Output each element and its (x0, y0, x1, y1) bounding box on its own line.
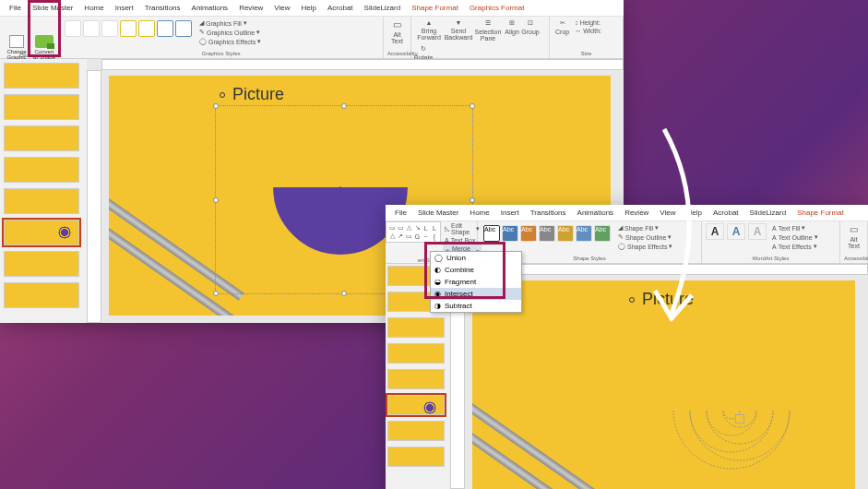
crop-icon: ✂ (560, 19, 565, 27)
text-box-button[interactable]: AText Box (443, 236, 482, 244)
bullet-icon (220, 92, 225, 98)
merge-intersect[interactable]: ◉Intersect (431, 288, 521, 300)
text-effects-button[interactable]: AText Effects ▾ (770, 242, 820, 251)
height-input[interactable]: ↕Height: (573, 18, 603, 27)
menu2-review[interactable]: Review (619, 207, 654, 219)
combine-icon: ◐ (434, 266, 441, 274)
effects-icon: ◯ (618, 243, 625, 250)
menu2-acrobat[interactable]: Acrobat (707, 207, 744, 219)
shape-outline-button[interactable]: ✎Shape Outline ▾ (616, 233, 674, 242)
text-effects-icon: A (772, 244, 777, 250)
menu2-insert[interactable]: Insert (495, 207, 525, 219)
picture-icon (9, 35, 24, 48)
menu-file[interactable]: File (4, 2, 27, 14)
text-outline-icon: A (772, 234, 777, 241)
edit-shape-icon: ◺ (445, 225, 449, 233)
menu2-animations[interactable]: Animations (572, 207, 620, 219)
fill-icon: ◢ (618, 224, 623, 232)
alt-text-button[interactable]: ▭ Alt Text (387, 18, 407, 45)
ribbon-2: ▭▭△↘LL △↗▭G~{ ◺Edit Shape ▾ AText Box ◉M… (386, 221, 868, 264)
group-label-acc: Accessibility (387, 51, 407, 56)
merge-fragment[interactable]: ◒Fragment (431, 276, 521, 288)
menu-graphics-format[interactable]: Graphics Format (464, 2, 530, 14)
alt-text-button-2[interactable]: ▭ Alt Text (844, 223, 863, 250)
selection-pane-button[interactable]: ☰Selection Pane (474, 18, 502, 42)
backward-icon: ▼ (456, 19, 462, 26)
powerpoint-window-2: File Slide Master Home Insert Transition… (386, 205, 868, 489)
move-handle-icon[interactable] (735, 414, 744, 423)
menu-review[interactable]: Review (233, 2, 268, 14)
crop-button[interactable]: ✂Crop (553, 18, 571, 36)
text-outline-button[interactable]: AText Outline ▾ (770, 233, 820, 242)
ruler-vertical (87, 70, 101, 323)
convert-icon (35, 35, 54, 48)
slide-2: Picture (472, 280, 855, 489)
outline-icon: ✎ (199, 29, 205, 36)
menu2-slidelizard[interactable]: SlideLizard (744, 207, 792, 219)
menu2-slide-master[interactable]: Slide Master (412, 207, 464, 219)
title-placeholder-2[interactable]: Picture (629, 290, 694, 309)
alt-text-icon: ▭ (393, 19, 401, 30)
group-label-wordart: WordArt Styles (706, 256, 836, 261)
spiral-outline-selected[interactable] (657, 336, 823, 489)
menubar-1: File Slide Master Home Insert Transition… (0, 0, 624, 17)
shape-effects-button[interactable]: ◯Shape Effects ▾ (616, 242, 674, 251)
menu2-file[interactable]: File (389, 207, 412, 219)
width-input[interactable]: ↔Width: (573, 27, 603, 35)
textbox-icon: A (445, 237, 449, 244)
menu-transitions[interactable]: Transitions (139, 2, 186, 14)
menu2-transitions[interactable]: Transitions (525, 207, 572, 219)
merge-subtract[interactable]: ◑Subtract (431, 300, 521, 312)
width-icon: ↔ (575, 28, 581, 34)
align-button[interactable]: ⊞Align (504, 18, 520, 42)
group-label-styles: Graphics Styles (63, 51, 379, 56)
fill-icon: ◢ (199, 19, 204, 27)
effects-icon: ◯ (199, 38, 207, 45)
bring-forward-button[interactable]: ▲Bring Forward (415, 18, 443, 42)
merge-combine[interactable]: ◐Combine (431, 264, 521, 276)
align-icon: ⊞ (509, 19, 515, 27)
menu-help[interactable]: Help (296, 2, 322, 14)
graphics-outline-button[interactable]: ✎Graphics Outline ▾ (197, 28, 263, 37)
text-fill-button[interactable]: AText Fill ▾ (770, 223, 820, 233)
wordart-gallery[interactable]: AAA (706, 223, 767, 251)
graphics-effects-button[interactable]: ◯Graphics Effects ▾ (197, 37, 263, 46)
menu2-shape-format[interactable]: Shape Format (791, 207, 850, 219)
menu-slide-master[interactable]: Slide Master (27, 2, 78, 14)
menu-shape-format[interactable]: Shape Format (406, 2, 464, 14)
menu-insert[interactable]: Insert (110, 2, 139, 14)
union-icon: ◯ (434, 254, 443, 262)
menu-view[interactable]: View (268, 2, 295, 14)
send-backward-button[interactable]: ▼Send Backward (445, 18, 472, 42)
rotate-icon: ↻ (421, 45, 426, 53)
shape-styles-gallery[interactable]: Abc Abc Abc Abc Abc Abc Abc (482, 223, 612, 251)
group-icon: ⊡ (528, 19, 533, 27)
graphics-styles-gallery[interactable] (63, 18, 194, 46)
menu-acrobat[interactable]: Acrobat (322, 2, 359, 14)
menu2-help[interactable]: Help (682, 207, 707, 219)
height-icon: ↕ (575, 19, 578, 26)
merge-shapes-dropdown: ◯Union ◐Combine ◒Fragment ◉Intersect ◑Su… (430, 251, 522, 313)
edit-shape-button[interactable]: ◺Edit Shape ▾ (443, 221, 482, 236)
pane-icon: ☰ (485, 19, 491, 27)
menu2-home[interactable]: Home (464, 207, 494, 219)
outline-icon: ✎ (618, 233, 624, 241)
group-button[interactable]: ⊡Group (522, 18, 539, 42)
menu-slidelizard[interactable]: SlideLizard (359, 2, 407, 14)
menu-home[interactable]: Home (78, 2, 109, 14)
title-placeholder-1[interactable]: Picture (220, 85, 284, 104)
menu-animations[interactable]: Animations (186, 2, 234, 14)
menubar-2: File Slide Master Home Insert Transition… (386, 205, 868, 221)
fragment-icon: ◒ (434, 278, 441, 286)
text-fill-icon: A (772, 225, 777, 232)
graphics-fill-button[interactable]: ◢Graphics Fill ▾ (197, 18, 263, 28)
shape-fill-button[interactable]: ◢Shape Fill ▾ (616, 223, 674, 233)
group-label-change: Change (0, 53, 58, 58)
group-label-size: Size (553, 51, 619, 56)
insert-shapes-grid[interactable]: ▭▭△↘LL △↗▭G~{ (386, 221, 441, 243)
bullet-icon (629, 297, 635, 303)
menu2-view[interactable]: View (654, 207, 681, 219)
ruler-horizontal-2 (465, 264, 868, 275)
slide-layouts-panel-1[interactable] (0, 59, 87, 323)
merge-union[interactable]: ◯Union (431, 252, 521, 264)
